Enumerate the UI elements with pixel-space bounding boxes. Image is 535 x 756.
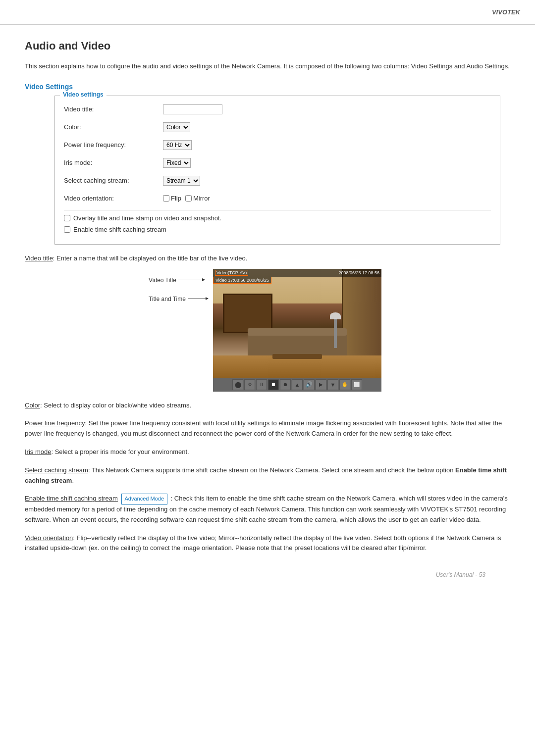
color-term: Color: [25, 402, 40, 409]
footer-text: User's Manual - 53: [436, 571, 485, 578]
video-orientation-desc-text: : Flip--vertically reflect the display o…: [25, 534, 501, 552]
ctrl-hand[interactable]: ✋: [339, 379, 350, 390]
video-title-term: Video title: [25, 254, 53, 262]
ctrl-play[interactable]: ▶: [316, 379, 326, 390]
video-title-input[interactable]: [163, 104, 222, 114]
video-settings-section-title: Video Settings: [25, 83, 510, 91]
video-title-desc-text: : Enter a name that will be displayed on…: [53, 254, 247, 262]
color-select[interactable]: Color B/W: [163, 122, 190, 132]
ctrl-down[interactable]: ▼: [327, 379, 338, 390]
overlay-checkbox[interactable]: [64, 215, 70, 221]
caching-stream-label: Select caching stream:: [64, 177, 163, 184]
caching-stream-control[interactable]: Stream 1 Stream 2: [163, 176, 200, 186]
overlay-label: Overlay title and time stamp on video an…: [73, 214, 221, 222]
ctrl-stop[interactable]: ⏹: [268, 379, 279, 390]
video-settings-legend: Video settings: [60, 91, 107, 98]
video-controls-bar: ⬤ ⚙ ⏸ ⏹ ⏺ ▲ 🔊 ▶ ▼ ✋ ⬜: [213, 378, 381, 392]
video-subtitle-overlay: Video 17:08:56 2008/06/25: [213, 277, 271, 284]
flip-label: Flip: [171, 195, 181, 202]
video-orientation-description: Video orientation: Flip--vertically refl…: [25, 533, 510, 554]
power-line-label: Power line frequency:: [64, 141, 163, 149]
power-line-row: Power line frequency: 50 Hz 60 Hz: [64, 139, 491, 151]
enable-time-shift-description: Enable time shift caching stream Advance…: [25, 494, 510, 525]
color-label: Color:: [64, 123, 163, 131]
video-frame: Video(TCP-AV) 2008/06/25 17:08:56 Video …: [213, 269, 381, 392]
color-control[interactable]: Color B/W: [163, 122, 190, 132]
power-line-select[interactable]: 50 Hz 60 Hz: [163, 140, 192, 150]
video-orientation-term: Video orientation: [25, 534, 73, 542]
select-caching-desc-text: : This Network Camera supports time shif…: [88, 466, 455, 474]
video-title-section: Video title: Enter a name that will be d…: [25, 253, 510, 392]
ctrl-settings[interactable]: ⚙: [244, 379, 255, 390]
iris-description: Iris mode: Select a proper iris mode for…: [25, 447, 510, 457]
power-line-term: Power line frequency: [25, 419, 85, 427]
intro-text: This section explains how to cofigure th…: [25, 61, 510, 72]
iris-desc-text: : Select a proper iris mode for your env…: [51, 448, 189, 455]
power-line-control[interactable]: 50 Hz 60 Hz: [163, 140, 192, 150]
ctrl-volume[interactable]: 🔊: [304, 379, 315, 390]
flip-checkbox[interactable]: [163, 195, 169, 202]
power-line-description: Power line frequency: Set the power line…: [25, 418, 510, 439]
ctrl-pause[interactable]: ⏸: [256, 379, 267, 390]
video-timestamp-overlay: 2008/06/25 17:08:56: [338, 270, 379, 275]
caching-stream-select[interactable]: Stream 1 Stream 2: [163, 176, 200, 186]
time-shift-checkbox[interactable]: [64, 226, 70, 233]
brand-logo: VIVOTEK: [492, 8, 520, 16]
color-desc-text: : Select to display color or black/white…: [40, 402, 191, 409]
page-footer: User's Manual - 53: [25, 561, 510, 583]
caching-stream-row: Select caching stream: Stream 1 Stream 2: [64, 174, 491, 187]
time-shift-label: Enable time shift caching stream: [73, 226, 166, 233]
title-and-time-arrow-label: Title and Time: [149, 296, 207, 302]
iris-term: Iris mode: [25, 448, 51, 455]
video-settings-box: Video settings Video title: Color: Color…: [54, 96, 500, 245]
mirror-checkbox[interactable]: [185, 195, 192, 202]
color-row: Color: Color B/W: [64, 121, 491, 134]
mirror-label: Mirror: [193, 195, 210, 202]
iris-mode-label: Iris mode:: [64, 159, 163, 166]
ctrl-up[interactable]: ▲: [292, 379, 303, 390]
video-title-arrow-label: Video Title: [149, 277, 207, 284]
ctrl-fullscreen[interactable]: ⬜: [351, 379, 362, 390]
power-line-desc-text: : Set the power line frequency consisten…: [25, 419, 502, 437]
flip-mirror-controls: Flip Mirror: [163, 195, 210, 202]
video-title-row: Video title:: [64, 103, 491, 116]
video-title-overlay: Video(TCP-AV): [215, 270, 248, 276]
main-content: Audio and Video This section explains ho…: [0, 25, 535, 603]
advanced-mode-badge: Advanced Mode: [121, 494, 168, 504]
page-header: VIVOTEK: [0, 0, 535, 25]
color-description: Color: Select to display color or black/…: [25, 401, 510, 411]
iris-mode-row: Iris mode: Fixed Auto: [64, 156, 491, 169]
ctrl-record[interactable]: ⬤: [232, 379, 243, 390]
iris-mode-control[interactable]: Fixed Auto: [163, 158, 191, 168]
overlay-row[interactable]: Overlay title and time stamp on video an…: [64, 214, 491, 222]
video-preview-container: Video Title Title and Time: [25, 269, 510, 392]
video-orientation-label: Video orientation:: [64, 195, 163, 202]
mirror-checkbox-group[interactable]: Mirror: [185, 195, 210, 202]
ctrl-capture[interactable]: ⏺: [280, 379, 291, 390]
video-orientation-row: Video orientation: Flip Mirror: [64, 192, 491, 205]
time-shift-row[interactable]: Enable time shift caching stream: [64, 226, 491, 233]
flip-checkbox-group[interactable]: Flip: [163, 195, 181, 202]
page-title: Audio and Video: [25, 40, 510, 52]
select-caching-text-end: .: [72, 477, 74, 484]
video-title-description: Video title: Enter a name that will be d…: [25, 253, 510, 264]
select-caching-term: Select caching stream: [25, 466, 88, 474]
select-caching-description: Select caching stream: This Network Came…: [25, 465, 510, 486]
divider-1: [64, 210, 491, 210]
video-title-label: Video title:: [64, 105, 163, 113]
iris-mode-select[interactable]: Fixed Auto: [163, 158, 191, 168]
video-title-control[interactable]: [163, 104, 222, 114]
enable-time-shift-term: Enable time shift caching stream: [25, 495, 118, 502]
